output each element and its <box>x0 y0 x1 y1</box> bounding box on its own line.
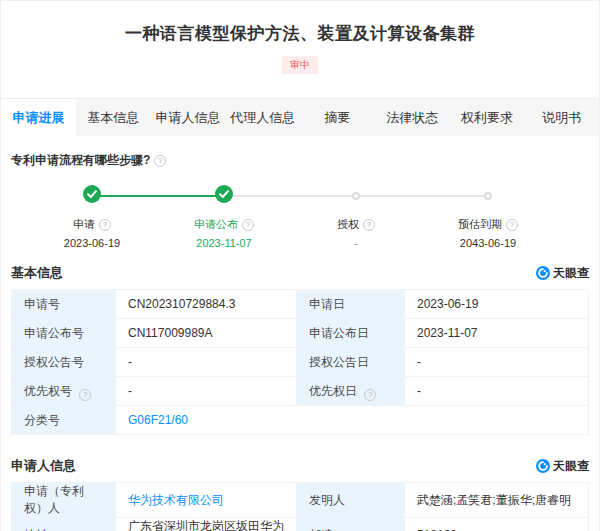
table-row: 申请公布号 CN117009989A 申请公布日 2023-11-07 <box>12 319 589 348</box>
section-title-applicant-info: 申请人信息 <box>11 457 76 475</box>
tianyancha-logo-icon <box>536 459 550 473</box>
tab-basic-info[interactable]: 基本信息 <box>76 99 151 136</box>
tab-legal-status[interactable]: 法律状态 <box>375 99 450 136</box>
field-value: 518129 <box>405 518 589 531</box>
field-value: - <box>116 377 297 406</box>
field-value: - <box>116 348 297 377</box>
tab-applicant-info[interactable]: 申请人信息 <box>151 99 226 136</box>
field-value: G06F21/60 <box>116 406 589 435</box>
field-value: 武楚涵;孟笑君;董振华;唐睿明 <box>405 483 589 518</box>
field-label-text: 优先权日 <box>309 384 357 398</box>
check-icon <box>83 185 101 207</box>
field-label: 优先权号 ? <box>12 377 116 406</box>
step-date: 2023-11-07 <box>158 237 290 249</box>
field-value: 华为技术有限公司 <box>116 483 297 518</box>
title-area: 一种语言模型保护方法、装置及计算设备集群 审中 <box>1 1 599 98</box>
help-icon[interactable]: ? <box>79 389 91 401</box>
step-label: 授权 <box>337 217 359 232</box>
basic-info-table: 申请号 CN202310729884.3 申请日 2023-06-19 申请公布… <box>11 289 589 435</box>
pending-dot-icon <box>352 192 360 200</box>
table-row: 地址 广东省深圳市龙岗区坂田华为总部办公楼 邮编 518129 <box>12 518 589 531</box>
table-row: 申请（专利权）人 华为技术有限公司 发明人 武楚涵;孟笑君;董振华;唐睿明 <box>12 483 589 518</box>
step-label: 预估到期 <box>458 217 502 232</box>
flow-heading: 专利申请流程有哪些步骤? <box>11 152 150 169</box>
tianyancha-brand: 天眼查 <box>536 265 589 282</box>
table-row: 优先权号 ? - 优先权日 ? - <box>12 377 589 406</box>
pending-dot-icon <box>484 192 492 200</box>
tianyancha-logo-icon <box>536 266 550 280</box>
field-value: CN202310729884.3 <box>116 290 297 319</box>
field-value: 广东省深圳市龙岗区坂田华为总部办公楼 <box>116 518 297 531</box>
brand-label: 天眼查 <box>553 458 589 475</box>
tab-bar: 申请进展 基本信息 申请人信息 代理人信息 摘要 法律状态 权利要求 说明书 <box>1 98 599 136</box>
brand-label: 天眼查 <box>553 265 589 282</box>
tab-agent-info[interactable]: 代理人信息 <box>225 99 300 136</box>
field-label: 申请（专利权）人 <box>12 483 116 518</box>
section-title-basic-info: 基本信息 <box>11 264 63 282</box>
applicant-company-link[interactable]: 华为技术有限公司 <box>128 493 224 507</box>
tianyancha-brand: 天眼查 <box>536 458 589 475</box>
help-icon[interactable]: ? <box>154 155 166 167</box>
field-label: 申请号 <box>12 290 116 319</box>
field-value: - <box>405 348 589 377</box>
field-label: 地址 <box>12 518 116 531</box>
field-label: 授权公告号 <box>12 348 116 377</box>
field-label: 分类号 <box>12 406 116 435</box>
patent-detail-page: 一种语言模型保护方法、装置及计算设备集群 审中 申请进展 基本信息 申请人信息 … <box>0 0 600 531</box>
step-date: 2023-06-19 <box>26 237 158 249</box>
field-value: - <box>405 377 589 406</box>
field-label: 优先权日 ? <box>297 377 405 406</box>
status-badge: 审中 <box>282 56 318 74</box>
field-label-text: 优先权号 <box>24 384 72 398</box>
help-icon[interactable]: ? <box>99 219 111 231</box>
progress-step-expiry: 预估到期 ? 2043-06-19 <box>422 187 554 249</box>
help-icon[interactable]: ? <box>242 219 254 231</box>
field-label: 发明人 <box>297 483 405 518</box>
table-row: 申请号 CN202310729884.3 申请日 2023-06-19 <box>12 290 589 319</box>
table-row: 授权公告号 - 授权公告日 - <box>12 348 589 377</box>
tab-application-progress[interactable]: 申请进展 <box>1 99 76 136</box>
field-label: 申请公布号 <box>12 319 116 348</box>
classification-code-link[interactable]: G06F21/60 <box>128 413 188 427</box>
tab-abstract[interactable]: 摘要 <box>300 99 375 136</box>
page-title: 一种语言模型保护方法、装置及计算设备集群 <box>1 22 599 45</box>
field-label: 邮编 <box>297 518 405 531</box>
field-value: CN117009989A <box>116 319 297 348</box>
basic-info-header: 基本信息 天眼查 <box>11 264 589 282</box>
tab-description[interactable]: 说明书 <box>524 99 599 136</box>
step-label: 申请 <box>73 217 95 232</box>
field-value: 2023-06-19 <box>405 290 589 319</box>
applicant-info-header: 申请人信息 天眼查 <box>11 457 589 475</box>
field-label: 申请公布日 <box>297 319 405 348</box>
field-label: 申请日 <box>297 290 405 319</box>
applicant-info-table: 申请（专利权）人 华为技术有限公司 发明人 武楚涵;孟笑君;董振华;唐睿明 地址… <box>11 482 589 531</box>
table-row: 分类号 G06F21/60 <box>12 406 589 435</box>
step-date: 2043-06-19 <box>422 237 554 249</box>
step-label: 申请公布 <box>194 217 238 232</box>
step-date: - <box>290 237 422 249</box>
field-label: 授权公告日 <box>297 348 405 377</box>
main-content: 专利申请流程有哪些步骤? ? 申请 ? 2023-06- <box>1 152 599 531</box>
flow-heading-row: 专利申请流程有哪些步骤? ? <box>11 152 589 169</box>
help-icon[interactable]: ? <box>364 389 376 401</box>
help-icon[interactable]: ? <box>363 219 375 231</box>
field-value: 2023-11-07 <box>405 319 589 348</box>
patent-progress-stepper: 申请 ? 2023-06-19 申请公布 ? <box>26 187 554 249</box>
check-icon <box>215 185 233 207</box>
help-icon[interactable]: ? <box>506 219 518 231</box>
tab-claims[interactable]: 权利要求 <box>450 99 525 136</box>
